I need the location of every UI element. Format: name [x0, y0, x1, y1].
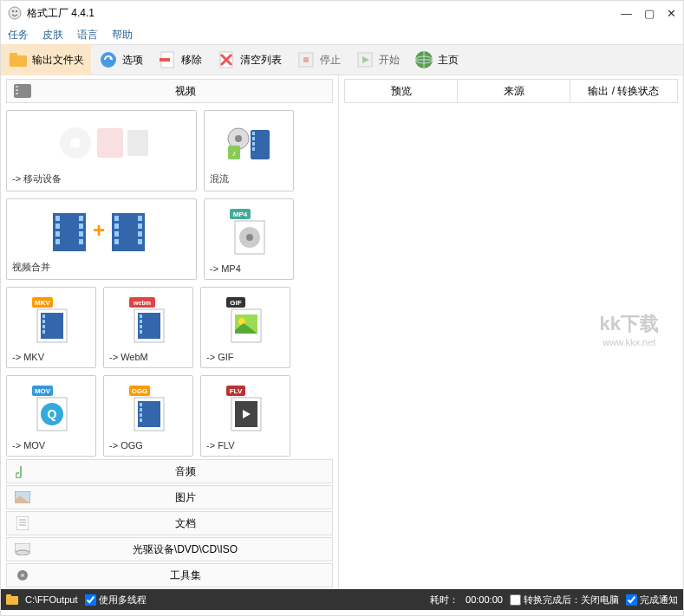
- category-utilities[interactable]: 工具集: [6, 563, 333, 587]
- svg-rect-16: [16, 89, 18, 91]
- svg-rect-86: [140, 408, 142, 412]
- tile-flv-label: -> FLV: [206, 440, 284, 451]
- maximize-button[interactable]: ▢: [644, 7, 655, 20]
- svg-rect-46: [138, 216, 142, 221]
- tile-ogg-label: -> OGG: [109, 440, 187, 451]
- svg-rect-28: [252, 137, 255, 140]
- svg-text:MOV: MOV: [35, 387, 51, 395]
- output-path[interactable]: C:\FFOutput: [25, 594, 78, 605]
- svg-rect-15: [16, 86, 18, 88]
- stop-button[interactable]: 停止: [289, 44, 348, 75]
- svg-rect-61: [42, 325, 45, 328]
- tile-gif[interactable]: GIF -> GIF: [200, 287, 290, 368]
- svg-rect-44: [114, 231, 119, 237]
- svg-text:+: +: [93, 218, 105, 242]
- gear-icon: [12, 565, 33, 586]
- svg-rect-35: [55, 239, 60, 244]
- title-bar: 格式工厂 4.4.1 — ▢ ✕: [1, 1, 683, 25]
- document-icon: [12, 513, 33, 534]
- tile-joiner[interactable]: + 视频合并: [6, 198, 197, 280]
- svg-rect-27: [252, 132, 255, 135]
- options-icon: [98, 49, 119, 70]
- svg-text:Q: Q: [48, 407, 57, 421]
- tile-mp4-label: -> MP4: [210, 263, 288, 274]
- task-list-body: kk下载 www.kkx.net: [339, 107, 683, 589]
- svg-point-19: [70, 138, 81, 148]
- tile-mux[interactable]: ♪ 混流: [204, 110, 294, 191]
- tile-mov[interactable]: MOVQ -> MOV: [6, 375, 96, 457]
- svg-point-23: [235, 135, 242, 142]
- svg-rect-88: [140, 418, 142, 422]
- tile-mobile[interactable]: -> 移动设备: [6, 110, 197, 191]
- tile-mp4[interactable]: MP4 -> MP4: [204, 198, 294, 280]
- output-folder-button[interactable]: 输出文件夹: [1, 44, 91, 75]
- menu-help[interactable]: 帮助: [112, 28, 133, 42]
- category-audio[interactable]: 音频: [6, 459, 333, 483]
- remove-button[interactable]: 移除: [150, 44, 209, 75]
- close-button[interactable]: ✕: [667, 7, 676, 20]
- status-bar: C:\FFOutput 使用多线程 耗时： 00:00:00 转换完成后：关闭电…: [1, 589, 683, 610]
- done-notify-toggle[interactable]: 完成通知: [626, 593, 678, 606]
- svg-text:FLV: FLV: [230, 387, 243, 395]
- tile-ogg[interactable]: OGG -> OGG: [103, 375, 193, 457]
- tile-mkv-label: -> MKV: [12, 352, 90, 362]
- svg-point-54: [246, 234, 253, 241]
- svg-rect-29: [252, 142, 255, 146]
- svg-rect-38: [79, 231, 83, 237]
- svg-rect-47: [138, 224, 142, 229]
- category-rom[interactable]: 光驱设备\DVD\CD\ISO: [6, 537, 333, 561]
- after-convert-toggle[interactable]: 转换完成后：关闭电脑: [510, 593, 619, 606]
- svg-rect-85: [140, 403, 142, 406]
- category-video[interactable]: 视频: [6, 79, 333, 103]
- watermark: kk下载 www.kkx.net: [600, 311, 659, 347]
- options-button[interactable]: 选项: [91, 44, 150, 75]
- category-picture-label: 图片: [38, 490, 332, 505]
- category-video-label: 视频: [38, 84, 332, 99]
- video-tiles: -> 移动设备 ♪ 混流 + 视频合并 MP4 -> MP4: [1, 105, 338, 459]
- task-panel: 预览 来源 输出 / 转换状态 kk下载 www.kkx.net: [339, 75, 683, 589]
- tile-mobile-label: -> 移动设备: [12, 172, 191, 185]
- task-list-header: 预览 来源 输出 / 转换状态: [344, 79, 678, 103]
- start-button[interactable]: 开始: [348, 44, 407, 75]
- menu-skin[interactable]: 皮肤: [42, 28, 63, 42]
- svg-text:GIF: GIF: [230, 299, 241, 307]
- menu-task[interactable]: 任务: [8, 28, 29, 42]
- svg-point-99: [16, 550, 29, 555]
- multithread-toggle[interactable]: 使用多线程: [85, 593, 147, 606]
- col-source[interactable]: 来源: [458, 80, 570, 102]
- homepage-button[interactable]: 主页: [407, 44, 466, 75]
- svg-text:OGG: OGG: [132, 387, 148, 395]
- svg-rect-62: [42, 330, 45, 334]
- folder-icon: [8, 49, 29, 70]
- disc-icon: [12, 539, 33, 560]
- svg-rect-30: [252, 147, 255, 151]
- tile-mux-label: 混流: [210, 172, 288, 185]
- svg-rect-20: [97, 128, 123, 158]
- clear-list-button[interactable]: 清空列表: [209, 44, 289, 75]
- output-folder-label: 输出文件夹: [32, 53, 84, 68]
- tile-flv[interactable]: FLV -> FLV: [200, 375, 290, 457]
- elapsed-label: 耗时：: [430, 593, 459, 606]
- main-area: 视频 -> 移动设备 ♪ 混流 + 视频合并 MP4: [1, 75, 683, 589]
- stop-icon: [296, 49, 316, 70]
- svg-rect-33: [55, 224, 60, 229]
- category-document[interactable]: 文档: [6, 511, 333, 535]
- menu-language[interactable]: 语言: [77, 28, 98, 42]
- svg-rect-68: [140, 320, 142, 323]
- col-status[interactable]: 输出 / 转换状态: [570, 80, 677, 102]
- svg-rect-94: [16, 516, 29, 530]
- svg-point-101: [21, 574, 24, 577]
- clear-icon: [216, 49, 237, 70]
- minimize-button[interactable]: —: [621, 7, 632, 20]
- svg-rect-37: [79, 224, 83, 229]
- tile-mkv[interactable]: MKV -> MKV: [6, 287, 96, 368]
- svg-point-2: [16, 10, 17, 12]
- menu-bar: 任务 皮肤 语言 帮助: [1, 25, 683, 44]
- tile-webm[interactable]: webm -> WebM: [103, 287, 193, 368]
- toolbar: 输出文件夹 选项 移除 清空列表 停止 开始 主页: [1, 44, 683, 75]
- svg-rect-103: [6, 594, 11, 598]
- category-picture[interactable]: 图片: [6, 485, 333, 509]
- svg-rect-32: [55, 216, 60, 221]
- col-preview[interactable]: 预览: [345, 80, 458, 102]
- category-utilities-label: 工具集: [38, 568, 332, 583]
